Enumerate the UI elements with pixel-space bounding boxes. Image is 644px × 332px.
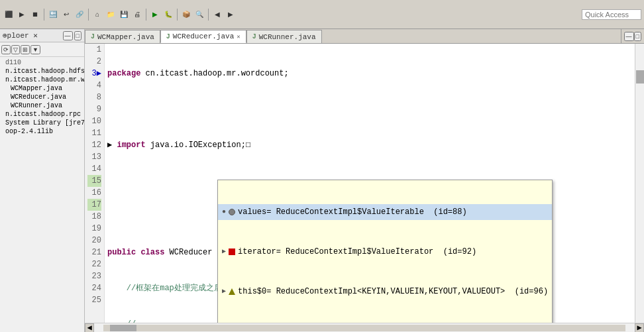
quick-access-input[interactable] — [582, 9, 641, 20]
scrollbar-thumb-v[interactable] — [636, 70, 644, 83]
sidebar-tool-3[interactable]: ⊞ — [21, 45, 30, 54]
tab-wcmapper-label: WCMapper.java — [97, 33, 154, 41]
popup-expand-2[interactable]: ▶ — [222, 285, 226, 298]
toolbar-btn-5[interactable]: ↩ — [60, 9, 72, 21]
popup-circle-icon-0 — [229, 209, 235, 215]
toolbar-btn-1[interactable]: ⬛ — [3, 9, 15, 21]
linenum-11: 11 — [87, 127, 101, 139]
debug-popup: ● values= ReduceContextImpl$ValueIterabl… — [217, 180, 553, 323]
linenum-4: 4 — [87, 80, 101, 91]
sidebar-item-5[interactable]: WCRunner.java — [0, 101, 84, 110]
code-content-area[interactable]: package cn.itcast.hadoop.mr.wordcount; ▶… — [105, 44, 635, 323]
sidebar-max-btn[interactable]: □ — [74, 31, 81, 40]
sep-1 — [44, 9, 44, 21]
toolbar-btn-12[interactable]: 🔍 — [193, 9, 205, 21]
editor-area: J WCMapper.java J WCReducer.java ✕ J WCR… — [85, 29, 644, 332]
toolbar-btn-7[interactable]: ⌂ — [91, 9, 103, 21]
toolbar-btn-14[interactable]: ▶ — [225, 9, 237, 21]
sep-5 — [208, 9, 209, 21]
linenum-14: 14 — [87, 163, 101, 175]
popup-text-2: this$0= ReduceContextImpl<KEYIN,VALUEIN,… — [238, 285, 548, 298]
code-line-3: ▶ import java.io.IOException;□ — [107, 139, 632, 151]
tab-minimize-btn[interactable]: — — [624, 32, 634, 41]
popup-item-2[interactable]: ▶ this$0= ReduceContextImpl<KEYIN,VALUEI… — [218, 284, 552, 300]
linenum-3: 3▶ — [87, 68, 101, 80]
linenum-16: 16 — [87, 187, 101, 199]
sep-4 — [177, 9, 178, 21]
sidebar: ⊕ploer ✕ — □ ⟳ ▽ ⊞ ▼ d110 n.itcast.hadoo… — [0, 29, 85, 332]
scroll-right-btn[interactable]: ▶ — [635, 323, 644, 333]
sidebar-tool-4[interactable]: ▼ — [30, 45, 40, 54]
bottom-scrollbar[interactable]: ◀ ▶ — [85, 323, 644, 332]
tab-wcmapper[interactable]: J WCMapper.java — [85, 30, 160, 43]
tab-wcreducer-close[interactable]: ✕ — [237, 33, 240, 40]
main-layout: ⊕ploer ✕ — □ ⟳ ▽ ⊞ ▼ d110 n.itcast.hadoo… — [0, 29, 644, 332]
sidebar-item-4[interactable]: WCReducer.java — [0, 93, 84, 101]
sidebar-item-2[interactable]: n.itcast.hadoop.mr.w — [0, 76, 84, 84]
linenum-2: 2 — [87, 56, 101, 68]
toolbar-btn-13[interactable]: ◀ — [211, 9, 223, 21]
popup-item-0[interactable]: ● values= ReduceContextImpl$ValueIterabl… — [218, 204, 552, 220]
linenum-22: 22 — [87, 258, 101, 270]
linenum-12: 12 — [87, 139, 101, 151]
toolbar-btn-9[interactable]: 💾 — [118, 9, 130, 21]
sidebar-title: ⊕ploer ✕ — [3, 31, 38, 40]
sidebar-tool-1[interactable]: ⟳ — [1, 45, 11, 54]
linenum-19: 19 — [87, 223, 101, 235]
toolbar-btn-11[interactable]: 📦 — [180, 9, 192, 21]
toolbar-btn-6[interactable]: 🔗 — [74, 9, 85, 21]
linenum-8: 8 — [87, 91, 101, 103]
sidebar-item-1[interactable]: n.itcast.hadoop.hdfs — [0, 67, 84, 76]
sidebar-collapse-btn[interactable]: — — [63, 31, 73, 40]
linenum-9: 9 — [87, 103, 101, 115]
sidebar-items-list: d110 n.itcast.hadoop.hdfs n.itcast.hadoo… — [0, 57, 84, 332]
tab-wcreducer-icon: J — [166, 33, 170, 40]
toolbar-btn-3[interactable]: ⏹ — [29, 9, 41, 21]
linenum-23: 23 — [87, 270, 101, 282]
toolbar-btn-8[interactable]: 📁 — [105, 9, 117, 21]
main-toolbar: ⬛ ▶ ⏹ 🔙 ↩ 🔗 ⌂ 📁 💾 🖨 ▶ 🐛 📦 🔍 ◀ ▶ — [0, 0, 644, 29]
linenum-17: 17 — [87, 199, 101, 211]
sidebar-header: ⊕ploer ✕ — □ — [0, 29, 84, 42]
linenum-24: 24 — [87, 282, 101, 294]
line-numbers: 1 2 3▶ 4 8 9 10 11 12 13 14 15 16 17 18 … — [85, 44, 105, 323]
linenum-21: 21 — [87, 247, 101, 258]
linenum-13: 13 — [87, 151, 101, 163]
sidebar-item-8[interactable]: oop-2.4.1lib — [0, 127, 84, 136]
popup-text-1: iterator= ReduceContextImpl$ValueIterato… — [238, 245, 476, 258]
popup-expand-0[interactable]: ● — [222, 205, 226, 219]
linenum-15: 15 — [87, 175, 101, 187]
tab-wcreducer-label: WCReducer.java — [173, 32, 234, 40]
sidebar-tool-2[interactable]: ▽ — [11, 45, 20, 54]
popup-item-1[interactable]: ▶ iterator= ReduceContextImpl$ValueItera… — [218, 244, 552, 260]
debug-btn[interactable]: 🐛 — [162, 9, 174, 21]
scroll-left-btn[interactable]: ◀ — [85, 323, 94, 333]
tab-wcrunner-icon: J — [252, 33, 256, 40]
tab-maximize-btn[interactable]: □ — [634, 32, 641, 41]
tab-wcrunner-label: WCRunner.java — [259, 33, 316, 41]
sidebar-item-7[interactable]: System Library [jre7] — [0, 119, 84, 127]
sidebar-item-6[interactable]: n.itcast.hadoop.rpc — [0, 110, 84, 119]
linenum-20: 20 — [87, 235, 101, 247]
code-editor: 1 2 3▶ 4 8 9 10 11 12 13 14 15 16 17 18 … — [85, 44, 644, 323]
toolbar-btn-10[interactable]: 🖨 — [131, 9, 143, 21]
code-line-2 — [107, 103, 632, 115]
linenum-25: 25 — [87, 294, 101, 306]
tab-wcrunner[interactable]: J WCRunner.java — [246, 30, 322, 43]
toolbar-btn-2[interactable]: ▶ — [16, 9, 28, 21]
tab-wcmapper-icon: J — [91, 33, 95, 40]
toolbar-btn-4[interactable]: 🔙 — [47, 9, 59, 21]
scroll-track-h[interactable] — [103, 325, 625, 331]
tab-wcreducer[interactable]: J WCReducer.java ✕ — [160, 30, 246, 43]
vertical-scrollbar[interactable] — [635, 44, 644, 323]
scroll-thumb-h[interactable] — [110, 325, 136, 331]
tab-bar: J WCMapper.java J WCReducer.java ✕ J WCR… — [85, 29, 644, 44]
sidebar-item-0[interactable]: d110 — [0, 58, 84, 67]
linenum-18: 18 — [87, 211, 101, 223]
run-btn[interactable]: ▶ — [149, 9, 161, 21]
tab-end-controls: — □ — [621, 29, 644, 43]
linenum-10: 10 — [87, 115, 101, 127]
popup-expand-1[interactable]: ▶ — [222, 245, 226, 258]
linenum-1: 1 — [87, 44, 101, 56]
sidebar-item-3[interactable]: WCMapper.java — [0, 84, 84, 93]
